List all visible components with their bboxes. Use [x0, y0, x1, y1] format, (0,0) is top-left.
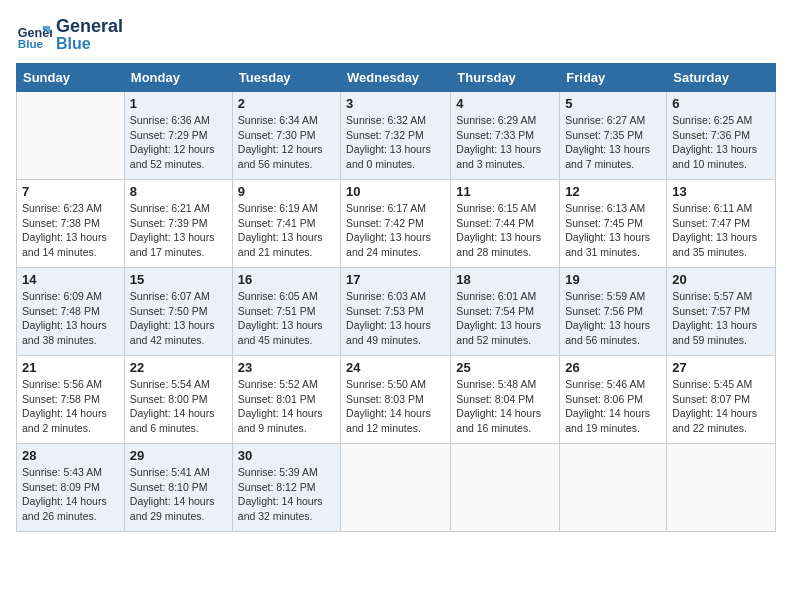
- day-info: Sunrise: 5:41 AM Sunset: 8:10 PM Dayligh…: [130, 465, 227, 524]
- day-info: Sunrise: 5:46 AM Sunset: 8:06 PM Dayligh…: [565, 377, 661, 436]
- day-info: Sunrise: 6:36 AM Sunset: 7:29 PM Dayligh…: [130, 113, 227, 172]
- day-number: 13: [672, 184, 770, 199]
- day-info: Sunrise: 5:54 AM Sunset: 8:00 PM Dayligh…: [130, 377, 227, 436]
- day-number: 6: [672, 96, 770, 111]
- weekday-header-saturday: Saturday: [667, 64, 776, 92]
- calendar-cell: 8Sunrise: 6:21 AM Sunset: 7:39 PM Daylig…: [124, 180, 232, 268]
- calendar-cell: [17, 92, 125, 180]
- day-number: 25: [456, 360, 554, 375]
- day-number: 1: [130, 96, 227, 111]
- day-info: Sunrise: 5:59 AM Sunset: 7:56 PM Dayligh…: [565, 289, 661, 348]
- weekday-header-wednesday: Wednesday: [341, 64, 451, 92]
- calendar-cell: 16Sunrise: 6:05 AM Sunset: 7:51 PM Dayli…: [232, 268, 340, 356]
- logo-line2: Blue: [56, 35, 123, 53]
- day-number: 9: [238, 184, 335, 199]
- calendar-cell: [667, 444, 776, 532]
- day-info: Sunrise: 6:01 AM Sunset: 7:54 PM Dayligh…: [456, 289, 554, 348]
- weekday-header-friday: Friday: [560, 64, 667, 92]
- calendar-cell: 6Sunrise: 6:25 AM Sunset: 7:36 PM Daylig…: [667, 92, 776, 180]
- day-number: 21: [22, 360, 119, 375]
- day-info: Sunrise: 6:32 AM Sunset: 7:32 PM Dayligh…: [346, 113, 445, 172]
- calendar-cell: 12Sunrise: 6:13 AM Sunset: 7:45 PM Dayli…: [560, 180, 667, 268]
- calendar-cell: 25Sunrise: 5:48 AM Sunset: 8:04 PM Dayli…: [451, 356, 560, 444]
- week-row-4: 21Sunrise: 5:56 AM Sunset: 7:58 PM Dayli…: [17, 356, 776, 444]
- calendar-cell: 2Sunrise: 6:34 AM Sunset: 7:30 PM Daylig…: [232, 92, 340, 180]
- day-number: 15: [130, 272, 227, 287]
- calendar-cell: 4Sunrise: 6:29 AM Sunset: 7:33 PM Daylig…: [451, 92, 560, 180]
- day-number: 19: [565, 272, 661, 287]
- calendar-cell: 22Sunrise: 5:54 AM Sunset: 8:00 PM Dayli…: [124, 356, 232, 444]
- day-number: 12: [565, 184, 661, 199]
- day-info: Sunrise: 6:29 AM Sunset: 7:33 PM Dayligh…: [456, 113, 554, 172]
- calendar-cell: 24Sunrise: 5:50 AM Sunset: 8:03 PM Dayli…: [341, 356, 451, 444]
- calendar-cell: 28Sunrise: 5:43 AM Sunset: 8:09 PM Dayli…: [17, 444, 125, 532]
- day-number: 16: [238, 272, 335, 287]
- calendar-cell: 14Sunrise: 6:09 AM Sunset: 7:48 PM Dayli…: [17, 268, 125, 356]
- calendar-cell: 19Sunrise: 5:59 AM Sunset: 7:56 PM Dayli…: [560, 268, 667, 356]
- day-info: Sunrise: 6:07 AM Sunset: 7:50 PM Dayligh…: [130, 289, 227, 348]
- weekday-header-monday: Monday: [124, 64, 232, 92]
- calendar-cell: 27Sunrise: 5:45 AM Sunset: 8:07 PM Dayli…: [667, 356, 776, 444]
- day-number: 24: [346, 360, 445, 375]
- day-info: Sunrise: 5:48 AM Sunset: 8:04 PM Dayligh…: [456, 377, 554, 436]
- calendar-cell: 1Sunrise: 6:36 AM Sunset: 7:29 PM Daylig…: [124, 92, 232, 180]
- day-info: Sunrise: 6:17 AM Sunset: 7:42 PM Dayligh…: [346, 201, 445, 260]
- day-info: Sunrise: 6:23 AM Sunset: 7:38 PM Dayligh…: [22, 201, 119, 260]
- day-number: 17: [346, 272, 445, 287]
- week-row-5: 28Sunrise: 5:43 AM Sunset: 8:09 PM Dayli…: [17, 444, 776, 532]
- calendar-cell: [451, 444, 560, 532]
- day-info: Sunrise: 5:52 AM Sunset: 8:01 PM Dayligh…: [238, 377, 335, 436]
- calendar-table: SundayMondayTuesdayWednesdayThursdayFrid…: [16, 63, 776, 532]
- calendar-cell: [560, 444, 667, 532]
- day-number: 29: [130, 448, 227, 463]
- calendar-cell: 11Sunrise: 6:15 AM Sunset: 7:44 PM Dayli…: [451, 180, 560, 268]
- day-number: 14: [22, 272, 119, 287]
- svg-text:Blue: Blue: [18, 36, 44, 49]
- day-number: 22: [130, 360, 227, 375]
- day-number: 2: [238, 96, 335, 111]
- weekday-header-sunday: Sunday: [17, 64, 125, 92]
- calendar-cell: 10Sunrise: 6:17 AM Sunset: 7:42 PM Dayli…: [341, 180, 451, 268]
- calendar-cell: 18Sunrise: 6:01 AM Sunset: 7:54 PM Dayli…: [451, 268, 560, 356]
- calendar-cell: 15Sunrise: 6:07 AM Sunset: 7:50 PM Dayli…: [124, 268, 232, 356]
- day-number: 4: [456, 96, 554, 111]
- week-row-1: 1Sunrise: 6:36 AM Sunset: 7:29 PM Daylig…: [17, 92, 776, 180]
- calendar-cell: 26Sunrise: 5:46 AM Sunset: 8:06 PM Dayli…: [560, 356, 667, 444]
- weekday-header-tuesday: Tuesday: [232, 64, 340, 92]
- calendar-cell: 29Sunrise: 5:41 AM Sunset: 8:10 PM Dayli…: [124, 444, 232, 532]
- calendar-cell: 23Sunrise: 5:52 AM Sunset: 8:01 PM Dayli…: [232, 356, 340, 444]
- week-row-2: 7Sunrise: 6:23 AM Sunset: 7:38 PM Daylig…: [17, 180, 776, 268]
- day-info: Sunrise: 6:15 AM Sunset: 7:44 PM Dayligh…: [456, 201, 554, 260]
- calendar-cell: 7Sunrise: 6:23 AM Sunset: 7:38 PM Daylig…: [17, 180, 125, 268]
- day-info: Sunrise: 6:27 AM Sunset: 7:35 PM Dayligh…: [565, 113, 661, 172]
- day-info: Sunrise: 6:09 AM Sunset: 7:48 PM Dayligh…: [22, 289, 119, 348]
- day-number: 18: [456, 272, 554, 287]
- day-number: 30: [238, 448, 335, 463]
- day-info: Sunrise: 5:43 AM Sunset: 8:09 PM Dayligh…: [22, 465, 119, 524]
- day-number: 10: [346, 184, 445, 199]
- day-info: Sunrise: 6:03 AM Sunset: 7:53 PM Dayligh…: [346, 289, 445, 348]
- day-info: Sunrise: 6:11 AM Sunset: 7:47 PM Dayligh…: [672, 201, 770, 260]
- logo: General Blue General Blue: [16, 16, 123, 53]
- day-info: Sunrise: 6:05 AM Sunset: 7:51 PM Dayligh…: [238, 289, 335, 348]
- day-info: Sunrise: 5:45 AM Sunset: 8:07 PM Dayligh…: [672, 377, 770, 436]
- calendar-cell: 13Sunrise: 6:11 AM Sunset: 7:47 PM Dayli…: [667, 180, 776, 268]
- day-number: 5: [565, 96, 661, 111]
- calendar-cell: 3Sunrise: 6:32 AM Sunset: 7:32 PM Daylig…: [341, 92, 451, 180]
- day-info: Sunrise: 6:34 AM Sunset: 7:30 PM Dayligh…: [238, 113, 335, 172]
- day-number: 23: [238, 360, 335, 375]
- day-number: 26: [565, 360, 661, 375]
- day-info: Sunrise: 6:21 AM Sunset: 7:39 PM Dayligh…: [130, 201, 227, 260]
- calendar-cell: 5Sunrise: 6:27 AM Sunset: 7:35 PM Daylig…: [560, 92, 667, 180]
- day-info: Sunrise: 5:57 AM Sunset: 7:57 PM Dayligh…: [672, 289, 770, 348]
- day-info: Sunrise: 6:19 AM Sunset: 7:41 PM Dayligh…: [238, 201, 335, 260]
- day-info: Sunrise: 5:50 AM Sunset: 8:03 PM Dayligh…: [346, 377, 445, 436]
- weekday-header-row: SundayMondayTuesdayWednesdayThursdayFrid…: [17, 64, 776, 92]
- logo-line1: General: [56, 16, 123, 37]
- calendar-cell: 17Sunrise: 6:03 AM Sunset: 7:53 PM Dayli…: [341, 268, 451, 356]
- calendar-cell: 21Sunrise: 5:56 AM Sunset: 7:58 PM Dayli…: [17, 356, 125, 444]
- day-number: 11: [456, 184, 554, 199]
- page-header: General Blue General Blue: [16, 16, 776, 53]
- day-number: 20: [672, 272, 770, 287]
- calendar-cell: 20Sunrise: 5:57 AM Sunset: 7:57 PM Dayli…: [667, 268, 776, 356]
